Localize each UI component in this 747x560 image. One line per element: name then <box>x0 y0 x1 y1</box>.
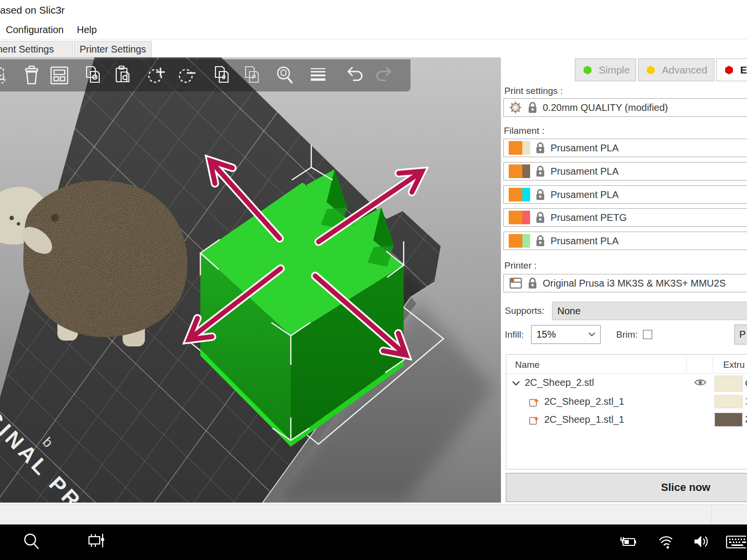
filament-combo-5[interactable]: Prusament PLA <box>503 232 747 250</box>
filament-value-1: Prusament PLA <box>551 143 619 154</box>
mode-expert-label: Ex <box>740 64 747 76</box>
add-instance-button[interactable] <box>145 64 168 87</box>
purging-volumes-label: P <box>739 329 746 340</box>
copy-button[interactable] <box>82 64 105 87</box>
mode-expert-button[interactable]: Ex <box>716 58 747 81</box>
advanced-hexagon-icon <box>646 66 655 74</box>
svg-text:P: P <box>252 73 256 81</box>
viewport-toolbar: 0 P <box>0 59 410 91</box>
extruder-value[interactable]: 1 <box>745 396 747 407</box>
eye-icon[interactable] <box>694 378 707 387</box>
3d-viewport[interactable]: GINAL PRUSA b <box>0 57 501 503</box>
printer-label: Printer : <box>504 260 537 271</box>
print-settings-label: Print settings : <box>504 86 563 96</box>
undo-button[interactable] <box>343 64 365 87</box>
filament-swatch-1 <box>509 141 530 155</box>
filament-swatch-4 <box>509 211 530 224</box>
lock-icon <box>535 211 546 224</box>
lock-icon <box>535 235 546 247</box>
brim-label: Brim: <box>616 329 638 340</box>
brim-checkbox[interactable] <box>643 330 652 339</box>
filament-value-2: Prusament PLA <box>551 166 619 177</box>
supports-value: None <box>557 306 581 317</box>
object-row[interactable]: 2C_Sheep_2.stl de <box>506 374 747 393</box>
object-row[interactable]: 2C_Sheep_1.stl_1 2 <box>506 411 747 429</box>
tab-printer-settings-label: Printer Settings <box>80 44 146 55</box>
extruder-swatch[interactable] <box>714 376 743 392</box>
extruder-swatch[interactable] <box>714 413 743 427</box>
slice-now-button[interactable]: Slice now <box>506 473 747 502</box>
header-divider <box>506 373 747 374</box>
gear-icon <box>509 101 522 114</box>
add-part-icon <box>529 415 539 425</box>
object-name[interactable]: 2C_Sheep_1.stl_1 <box>544 414 624 425</box>
filament-swatch-3 <box>509 188 530 201</box>
mode-simple-button[interactable]: Simple <box>575 58 636 81</box>
object-name[interactable]: 2C_Sheep_2.stl_1 <box>544 396 624 407</box>
arrange-button[interactable] <box>48 64 71 87</box>
printer-value: Original Prusa i3 MK3S & MK3S+ MMU2S <box>543 278 726 289</box>
filament-swatch-2 <box>509 164 530 178</box>
extruder-value[interactable]: de <box>745 377 747 388</box>
extruder-swatch[interactable] <box>714 395 743 408</box>
filament-label: Filament : <box>504 126 544 136</box>
lock-icon <box>535 142 546 154</box>
object-row[interactable]: 2C_Sheep_2.stl_1 1 <box>506 393 747 411</box>
supports-dropdown[interactable]: None <box>552 302 747 320</box>
filament-value-4: Prusament PETG <box>551 212 627 223</box>
filament-combo-4[interactable]: Prusament PETG <box>503 208 747 227</box>
object-name[interactable]: 2C_Sheep_2.stl <box>525 377 594 388</box>
infill-label: Infill: <box>505 329 524 340</box>
print-settings-value: 0.20mm QUALITY (modified) <box>543 102 668 113</box>
delete-button[interactable] <box>20 64 43 87</box>
svg-text:0: 0 <box>222 73 225 81</box>
taskbar-wifi-icon[interactable] <box>656 531 677 553</box>
screen: ased on Slic3r Configuration Help ament … <box>0 0 747 560</box>
filament-combo-1[interactable]: Prusament PLA <box>503 139 747 157</box>
sheep-eye <box>51 214 59 222</box>
taskbar-search-icon[interactable] <box>21 531 42 553</box>
add-part-icon <box>529 397 539 407</box>
menu-configuration[interactable]: Configuration <box>3 23 67 36</box>
paste-button[interactable] <box>112 64 135 87</box>
status-bar-divider <box>711 504 711 524</box>
column-divider <box>712 357 713 372</box>
printer-combo[interactable]: Original Prusa i3 MK3S & MK3S+ MMU2S <box>503 274 747 292</box>
menu-bar: Configuration Help <box>0 19 747 39</box>
menu-help[interactable]: Help <box>74 23 100 36</box>
taskbar-keyboard-icon[interactable] <box>725 531 746 553</box>
simple-hexagon-icon <box>583 66 592 74</box>
sheep-nostril <box>17 222 20 226</box>
mode-advanced-button[interactable]: Advanced <box>638 58 714 81</box>
purging-volumes-button[interactable]: P <box>734 325 747 344</box>
infill-dropdown[interactable]: 15% <box>531 325 601 344</box>
printer-icon <box>509 277 522 289</box>
windows-taskbar <box>0 524 747 560</box>
column-header-extruder[interactable]: Extru <box>723 360 745 370</box>
chevron-down-icon <box>588 332 595 337</box>
remove-instance-button[interactable] <box>176 64 198 87</box>
column-header-name[interactable]: Name <box>515 360 540 370</box>
filament-combo-2[interactable]: Prusament PLA <box>503 162 747 181</box>
tab-filament-settings[interactable]: ament Settings <box>0 41 73 57</box>
search-button[interactable] <box>274 64 296 87</box>
print-settings-combo[interactable]: 0.20mm QUALITY (modified) <box>503 98 747 117</box>
taskbar-volume-icon[interactable] <box>691 531 712 553</box>
delete-all-button[interactable] <box>0 64 10 87</box>
column-divider <box>686 357 687 372</box>
split-to-parts-button[interactable]: P <box>241 64 264 87</box>
scene-canvas: GINAL PRUSA b <box>0 57 501 503</box>
tab-printer-settings[interactable]: Printer Settings <box>74 41 152 57</box>
tab-filament-settings-label: ament Settings <box>0 44 54 55</box>
supports-label: Supports: <box>505 306 544 316</box>
variable-layer-height-button[interactable] <box>307 64 329 87</box>
chevron-down-icon[interactable] <box>512 380 520 386</box>
split-to-objects-button[interactable]: 0 <box>211 64 233 87</box>
redo-button[interactable] <box>374 64 396 87</box>
taskbar-task-view-icon[interactable] <box>86 531 107 553</box>
extruder-value[interactable]: 2 <box>745 414 747 425</box>
taskbar-battery-icon[interactable] <box>618 531 639 553</box>
lock-icon <box>527 277 538 289</box>
filament-combo-3[interactable]: Prusament PLA <box>503 185 747 204</box>
mode-advanced-label: Advanced <box>662 64 707 76</box>
